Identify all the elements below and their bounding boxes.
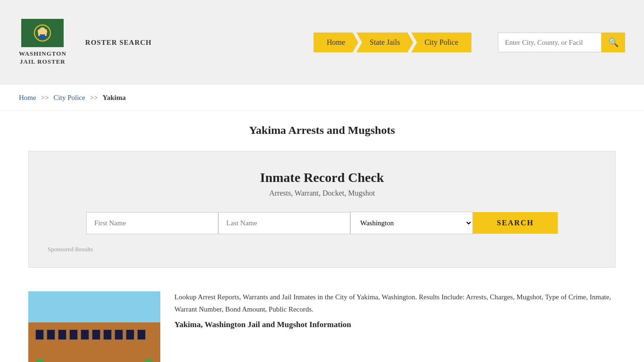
building-windows bbox=[31, 325, 158, 345]
window-8 bbox=[115, 329, 123, 340]
main-nav: Home State Jails City Police bbox=[314, 33, 470, 52]
inmate-search-button[interactable]: SEARCH bbox=[473, 212, 558, 234]
window-4 bbox=[69, 329, 78, 340]
svg-rect-4 bbox=[39, 34, 46, 39]
content-text: Lookup Arrest Reports, Warrants and Jail… bbox=[174, 291, 616, 329]
sponsored-label: Sponsored Results bbox=[48, 246, 596, 253]
breadcrumb-home-link[interactable]: Home bbox=[19, 94, 36, 101]
window-10 bbox=[137, 329, 146, 340]
tree-right-icon bbox=[139, 357, 158, 362]
content-subheading: Yakima, Washington Jail and Mugshot Info… bbox=[174, 320, 616, 329]
inmate-record-subtitle: Arrests, Warrant, Docket, Mugshot bbox=[48, 189, 596, 197]
page-title: Yakima Arrests and Mugshots bbox=[19, 124, 625, 137]
window-9 bbox=[126, 329, 134, 340]
window-1 bbox=[35, 329, 44, 340]
state-select[interactable]: AlabamaAlaskaArizonaArkansasCaliforniaCo… bbox=[350, 212, 473, 234]
svg-point-11 bbox=[35, 358, 45, 362]
breadcrumb-city-police-link[interactable]: City Police bbox=[54, 94, 85, 101]
first-name-input[interactable] bbox=[86, 212, 218, 234]
breadcrumb-current: Yakima bbox=[103, 94, 126, 101]
content-section: Lookup Arrest Reports, Warrants and Jail… bbox=[0, 277, 644, 362]
nav-state-jails-button[interactable]: State Jails bbox=[356, 33, 413, 52]
content-description: Lookup Arrest Reports, Warrants and Jail… bbox=[174, 291, 616, 315]
svg-point-14 bbox=[144, 358, 153, 362]
window-3 bbox=[58, 329, 66, 340]
last-name-input[interactable] bbox=[218, 212, 350, 234]
header: WASHINGTON JAIL ROSTER ROSTER SEARCH Hom… bbox=[0, 0, 644, 85]
inmate-search-form: AlabamaAlaskaArizonaArkansasCaliforniaCo… bbox=[48, 212, 596, 234]
search-icon: 🔍 bbox=[608, 37, 619, 48]
page-title-section: Yakima Arrests and Mugshots bbox=[0, 111, 644, 141]
nav-home-button[interactable]: Home bbox=[314, 33, 358, 52]
roster-search-label: ROSTER SEARCH bbox=[85, 39, 152, 47]
breadcrumb-sep-1: >> bbox=[41, 94, 49, 101]
window-2 bbox=[47, 329, 55, 340]
logo-text: WASHINGTON JAIL ROSTER bbox=[19, 50, 66, 66]
svg-point-8 bbox=[44, 29, 47, 34]
window-6 bbox=[92, 329, 100, 340]
header-search-input[interactable] bbox=[498, 33, 602, 52]
nav-city-police-button[interactable]: City Police bbox=[411, 33, 471, 52]
inmate-record-box: Inmate Record Check Arrests, Warrant, Do… bbox=[28, 151, 616, 268]
breadcrumb-sep-2: >> bbox=[90, 94, 98, 101]
inmate-record-title: Inmate Record Check bbox=[48, 170, 596, 185]
header-search-button[interactable]: 🔍 bbox=[602, 33, 625, 52]
washington-flag-icon bbox=[21, 19, 64, 47]
building-image bbox=[28, 291, 160, 362]
building-facade bbox=[28, 322, 160, 362]
tree-left-icon bbox=[31, 357, 50, 362]
svg-point-7 bbox=[38, 29, 41, 34]
header-search-bar: 🔍 bbox=[498, 33, 625, 52]
window-7 bbox=[103, 329, 112, 340]
site-logo[interactable]: WASHINGTON JAIL ROSTER bbox=[19, 19, 66, 66]
window-5 bbox=[81, 329, 89, 340]
breadcrumb: Home >> City Police >> Yakima bbox=[0, 85, 644, 111]
